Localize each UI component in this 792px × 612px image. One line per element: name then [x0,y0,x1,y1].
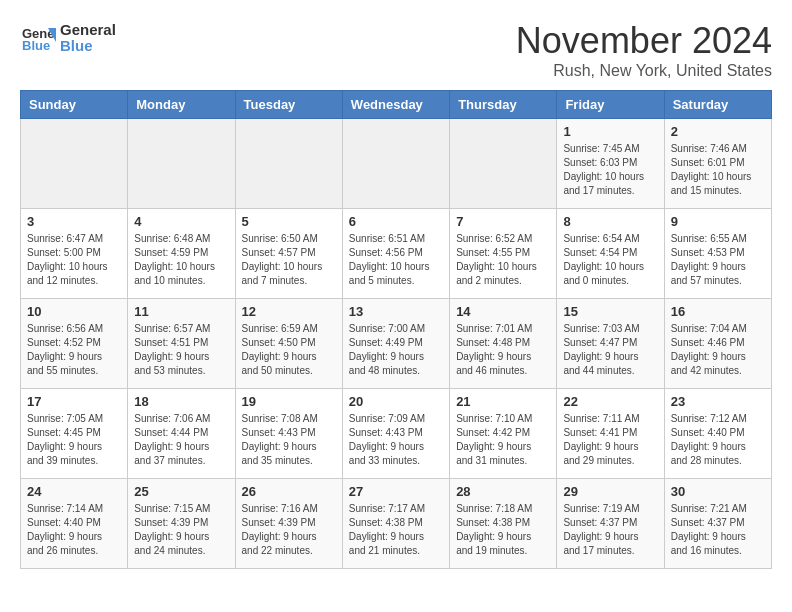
day-info: Sunrise: 7:46 AM Sunset: 6:01 PM Dayligh… [671,142,765,198]
day-number: 8 [563,214,657,229]
day-number: 12 [242,304,336,319]
day-number: 3 [27,214,121,229]
day-info: Sunrise: 7:15 AM Sunset: 4:39 PM Dayligh… [134,502,228,558]
day-info: Sunrise: 6:54 AM Sunset: 4:54 PM Dayligh… [563,232,657,288]
day-info: Sunrise: 7:17 AM Sunset: 4:38 PM Dayligh… [349,502,443,558]
calendar-cell: 12Sunrise: 6:59 AM Sunset: 4:50 PM Dayli… [235,299,342,389]
calendar-header-row: SundayMondayTuesdayWednesdayThursdayFrid… [21,91,772,119]
day-info: Sunrise: 6:55 AM Sunset: 4:53 PM Dayligh… [671,232,765,288]
calendar-cell [450,119,557,209]
logo-line1: General [60,22,116,39]
calendar-header-thursday: Thursday [450,91,557,119]
calendar-week-3: 17Sunrise: 7:05 AM Sunset: 4:45 PM Dayli… [21,389,772,479]
calendar-cell: 6Sunrise: 6:51 AM Sunset: 4:56 PM Daylig… [342,209,449,299]
calendar-cell: 17Sunrise: 7:05 AM Sunset: 4:45 PM Dayli… [21,389,128,479]
calendar-cell: 27Sunrise: 7:17 AM Sunset: 4:38 PM Dayli… [342,479,449,569]
day-info: Sunrise: 7:05 AM Sunset: 4:45 PM Dayligh… [27,412,121,468]
day-number: 14 [456,304,550,319]
calendar-week-0: 1Sunrise: 7:45 AM Sunset: 6:03 PM Daylig… [21,119,772,209]
day-info: Sunrise: 7:11 AM Sunset: 4:41 PM Dayligh… [563,412,657,468]
calendar-week-4: 24Sunrise: 7:14 AM Sunset: 4:40 PM Dayli… [21,479,772,569]
calendar-week-1: 3Sunrise: 6:47 AM Sunset: 5:00 PM Daylig… [21,209,772,299]
calendar-cell: 24Sunrise: 7:14 AM Sunset: 4:40 PM Dayli… [21,479,128,569]
day-info: Sunrise: 6:51 AM Sunset: 4:56 PM Dayligh… [349,232,443,288]
calendar-cell: 28Sunrise: 7:18 AM Sunset: 4:38 PM Dayli… [450,479,557,569]
day-number: 11 [134,304,228,319]
day-number: 9 [671,214,765,229]
day-number: 6 [349,214,443,229]
day-info: Sunrise: 7:16 AM Sunset: 4:39 PM Dayligh… [242,502,336,558]
calendar-header-tuesday: Tuesday [235,91,342,119]
day-info: Sunrise: 7:12 AM Sunset: 4:40 PM Dayligh… [671,412,765,468]
calendar-header-sunday: Sunday [21,91,128,119]
day-number: 22 [563,394,657,409]
calendar-cell: 10Sunrise: 6:56 AM Sunset: 4:52 PM Dayli… [21,299,128,389]
calendar-cell: 13Sunrise: 7:00 AM Sunset: 4:49 PM Dayli… [342,299,449,389]
calendar-week-2: 10Sunrise: 6:56 AM Sunset: 4:52 PM Dayli… [21,299,772,389]
svg-text:Blue: Blue [22,38,50,53]
logo: General Blue General Blue [20,20,116,56]
calendar-cell: 4Sunrise: 6:48 AM Sunset: 4:59 PM Daylig… [128,209,235,299]
day-number: 16 [671,304,765,319]
day-number: 7 [456,214,550,229]
day-info: Sunrise: 7:45 AM Sunset: 6:03 PM Dayligh… [563,142,657,198]
day-info: Sunrise: 7:06 AM Sunset: 4:44 PM Dayligh… [134,412,228,468]
calendar-cell [21,119,128,209]
calendar-cell [128,119,235,209]
day-number: 2 [671,124,765,139]
day-number: 26 [242,484,336,499]
calendar-header-saturday: Saturday [664,91,771,119]
calendar-cell: 2Sunrise: 7:46 AM Sunset: 6:01 PM Daylig… [664,119,771,209]
day-info: Sunrise: 6:56 AM Sunset: 4:52 PM Dayligh… [27,322,121,378]
day-number: 17 [27,394,121,409]
day-info: Sunrise: 6:52 AM Sunset: 4:55 PM Dayligh… [456,232,550,288]
day-number: 5 [242,214,336,229]
calendar-cell: 9Sunrise: 6:55 AM Sunset: 4:53 PM Daylig… [664,209,771,299]
title-section: November 2024 Rush, New York, United Sta… [516,20,772,80]
day-info: Sunrise: 6:48 AM Sunset: 4:59 PM Dayligh… [134,232,228,288]
day-info: Sunrise: 7:03 AM Sunset: 4:47 PM Dayligh… [563,322,657,378]
day-info: Sunrise: 7:08 AM Sunset: 4:43 PM Dayligh… [242,412,336,468]
day-number: 18 [134,394,228,409]
calendar-subtitle: Rush, New York, United States [516,62,772,80]
calendar-cell: 14Sunrise: 7:01 AM Sunset: 4:48 PM Dayli… [450,299,557,389]
calendar-cell: 3Sunrise: 6:47 AM Sunset: 5:00 PM Daylig… [21,209,128,299]
calendar-header-monday: Monday [128,91,235,119]
day-info: Sunrise: 6:50 AM Sunset: 4:57 PM Dayligh… [242,232,336,288]
day-number: 28 [456,484,550,499]
calendar-cell: 21Sunrise: 7:10 AM Sunset: 4:42 PM Dayli… [450,389,557,479]
day-number: 25 [134,484,228,499]
calendar-cell: 20Sunrise: 7:09 AM Sunset: 4:43 PM Dayli… [342,389,449,479]
day-number: 13 [349,304,443,319]
day-number: 4 [134,214,228,229]
day-number: 24 [27,484,121,499]
calendar-cell: 29Sunrise: 7:19 AM Sunset: 4:37 PM Dayli… [557,479,664,569]
day-number: 21 [456,394,550,409]
calendar-body: 1Sunrise: 7:45 AM Sunset: 6:03 PM Daylig… [21,119,772,569]
calendar-cell: 5Sunrise: 6:50 AM Sunset: 4:57 PM Daylig… [235,209,342,299]
page-header: General Blue General Blue November 2024 … [20,20,772,80]
day-info: Sunrise: 6:47 AM Sunset: 5:00 PM Dayligh… [27,232,121,288]
day-info: Sunrise: 7:09 AM Sunset: 4:43 PM Dayligh… [349,412,443,468]
calendar-cell: 7Sunrise: 6:52 AM Sunset: 4:55 PM Daylig… [450,209,557,299]
calendar-cell: 25Sunrise: 7:15 AM Sunset: 4:39 PM Dayli… [128,479,235,569]
calendar-header-wednesday: Wednesday [342,91,449,119]
day-info: Sunrise: 7:00 AM Sunset: 4:49 PM Dayligh… [349,322,443,378]
calendar-cell: 11Sunrise: 6:57 AM Sunset: 4:51 PM Dayli… [128,299,235,389]
calendar-cell: 15Sunrise: 7:03 AM Sunset: 4:47 PM Dayli… [557,299,664,389]
day-number: 15 [563,304,657,319]
day-info: Sunrise: 6:59 AM Sunset: 4:50 PM Dayligh… [242,322,336,378]
calendar-cell: 18Sunrise: 7:06 AM Sunset: 4:44 PM Dayli… [128,389,235,479]
logo-line2: Blue [60,38,116,55]
calendar-cell: 1Sunrise: 7:45 AM Sunset: 6:03 PM Daylig… [557,119,664,209]
calendar-cell: 23Sunrise: 7:12 AM Sunset: 4:40 PM Dayli… [664,389,771,479]
day-info: Sunrise: 6:57 AM Sunset: 4:51 PM Dayligh… [134,322,228,378]
calendar-cell: 22Sunrise: 7:11 AM Sunset: 4:41 PM Dayli… [557,389,664,479]
calendar-table: SundayMondayTuesdayWednesdayThursdayFrid… [20,90,772,569]
calendar-title: November 2024 [516,20,772,62]
day-info: Sunrise: 7:01 AM Sunset: 4:48 PM Dayligh… [456,322,550,378]
day-number: 20 [349,394,443,409]
calendar-cell: 8Sunrise: 6:54 AM Sunset: 4:54 PM Daylig… [557,209,664,299]
day-number: 23 [671,394,765,409]
calendar-cell: 19Sunrise: 7:08 AM Sunset: 4:43 PM Dayli… [235,389,342,479]
